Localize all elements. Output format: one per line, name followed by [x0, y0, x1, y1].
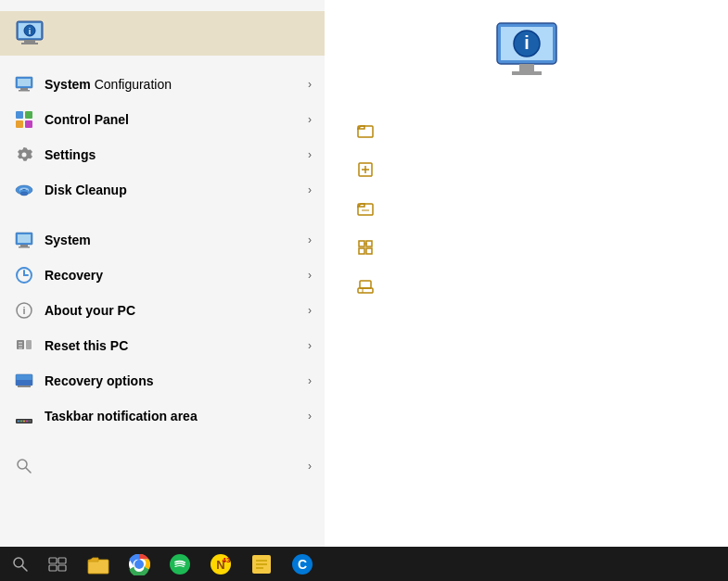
- menu-item-about-pc[interactable]: i About your PC ›: [0, 293, 325, 328]
- recovery-chevron: ›: [308, 269, 312, 282]
- action-pin-taskbar[interactable]: [343, 267, 709, 306]
- taskbar-search-button[interactable]: [4, 548, 37, 581]
- taskbar-notif-label: Taskbar notification area: [45, 409, 310, 423]
- svg-text:43: 43: [223, 556, 231, 564]
- about-pc-label: About your PC: [45, 303, 310, 318]
- disk-cleanup-label: Disk Cleanup: [45, 183, 310, 197]
- taskbar-notif-icon: [15, 407, 33, 425]
- svg-rect-59: [359, 248, 364, 254]
- svg-rect-68: [58, 558, 66, 563]
- svg-rect-55: [358, 204, 373, 215]
- pin-start-icon: [356, 238, 375, 257]
- svg-rect-21: [18, 234, 31, 243]
- svg-rect-28: [26, 340, 32, 349]
- taskbar-chrome[interactable]: [121, 548, 158, 581]
- menu-item-web-search[interactable]: ›: [0, 448, 325, 484]
- svg-rect-3: [21, 43, 38, 44]
- svg-rect-23: [19, 246, 30, 248]
- svg-rect-30: [19, 345, 22, 347]
- svg-point-38: [20, 421, 22, 423]
- taskbar-sticky-notes[interactable]: [243, 548, 280, 581]
- about-pc-chevron: ›: [308, 304, 312, 317]
- action-list: [325, 111, 728, 306]
- svg-point-75: [170, 554, 190, 575]
- system-info-icon: i: [15, 19, 45, 48]
- settings-label: Settings: [45, 147, 310, 162]
- taskbar-edge[interactable]: C: [284, 548, 321, 581]
- control-panel-label: Control Panel: [45, 112, 310, 127]
- svg-rect-2: [24, 40, 35, 43]
- taskbar-norton[interactable]: N 43: [202, 548, 239, 581]
- menu-item-reset-pc[interactable]: Reset this PC ›: [0, 328, 325, 363]
- control-panel-chevron: ›: [308, 113, 312, 126]
- web-search-icon: [15, 457, 33, 475]
- svg-line-66: [22, 566, 27, 571]
- svg-text:C: C: [298, 557, 307, 572]
- svg-point-37: [18, 421, 19, 423]
- menu-item-recovery[interactable]: Recovery ›: [0, 258, 325, 293]
- system-config-label: System Configuration: [45, 77, 310, 92]
- open-file-loc-icon: [356, 199, 375, 218]
- taskbar-spotify[interactable]: [161, 548, 198, 581]
- system-config-icon: [15, 75, 33, 94]
- left-panel: i System Configuration ›: [0, 0, 325, 547]
- recovery-options-label: Recovery options: [45, 373, 310, 388]
- about-pc-icon: i: [15, 301, 33, 320]
- svg-rect-12: [16, 120, 23, 128]
- svg-text:i: i: [29, 27, 32, 36]
- system-icon: [15, 231, 33, 249]
- recovery-label: Recovery: [45, 268, 310, 283]
- taskbar-task-view[interactable]: [39, 548, 76, 581]
- svg-point-19: [20, 192, 28, 196]
- svg-rect-60: [366, 248, 372, 254]
- svg-rect-11: [25, 111, 32, 119]
- menu-item-disk-cleanup[interactable]: Disk Cleanup ›: [0, 172, 325, 208]
- action-open[interactable]: [343, 111, 709, 150]
- recovery-icon: [15, 266, 33, 284]
- settings-icon: [15, 145, 33, 164]
- svg-rect-7: [18, 79, 31, 86]
- menu-item-system-config[interactable]: System Configuration ›: [0, 67, 325, 102]
- action-pin-start[interactable]: [343, 228, 709, 267]
- svg-rect-13: [25, 120, 32, 128]
- svg-rect-48: [512, 71, 542, 75]
- svg-rect-8: [20, 88, 28, 90]
- action-run-admin[interactable]: [343, 150, 709, 189]
- svg-point-39: [23, 421, 25, 423]
- menu-item-recovery-options[interactable]: Recovery options ›: [0, 363, 325, 398]
- reset-pc-label: Reset this PC: [45, 338, 310, 353]
- menu-item-system[interactable]: System ›: [0, 222, 325, 258]
- svg-rect-34: [18, 385, 31, 387]
- control-panel-icon: [15, 110, 33, 129]
- svg-point-74: [135, 561, 143, 568]
- menu-item-settings[interactable]: Settings ›: [0, 137, 325, 172]
- right-panel: i: [325, 0, 728, 547]
- system-config-chevron: ›: [308, 78, 312, 91]
- menu-item-taskbar-notif[interactable]: Taskbar notification area ›: [0, 398, 325, 434]
- svg-rect-51: [358, 126, 373, 137]
- web-section-label: [0, 434, 325, 445]
- best-match-label: [0, 0, 325, 11]
- svg-rect-67: [49, 558, 57, 563]
- taskbar-notif-chevron: ›: [308, 410, 312, 423]
- disk-cleanup-chevron: ›: [308, 183, 312, 196]
- svg-rect-10: [16, 111, 23, 119]
- settings-section-label: [0, 211, 325, 222]
- reset-pc-chevron: ›: [308, 339, 312, 352]
- svg-rect-9: [19, 90, 30, 92]
- svg-text:i: i: [524, 32, 530, 53]
- svg-rect-69: [49, 565, 57, 571]
- best-match-item[interactable]: i: [0, 11, 325, 56]
- pin-taskbar-icon: [356, 277, 375, 296]
- menu-item-control-panel[interactable]: Control Panel ›: [0, 102, 325, 137]
- system-chevron: ›: [308, 234, 312, 246]
- svg-rect-63: [360, 281, 371, 288]
- svg-rect-22: [20, 245, 28, 246]
- open-icon: [356, 121, 375, 140]
- recovery-options-icon: [15, 372, 33, 390]
- svg-rect-47: [519, 64, 534, 71]
- svg-line-42: [26, 468, 31, 473]
- system-label: System: [45, 233, 310, 247]
- taskbar-file-explorer[interactable]: [80, 548, 117, 581]
- action-open-file-loc[interactable]: [343, 189, 709, 228]
